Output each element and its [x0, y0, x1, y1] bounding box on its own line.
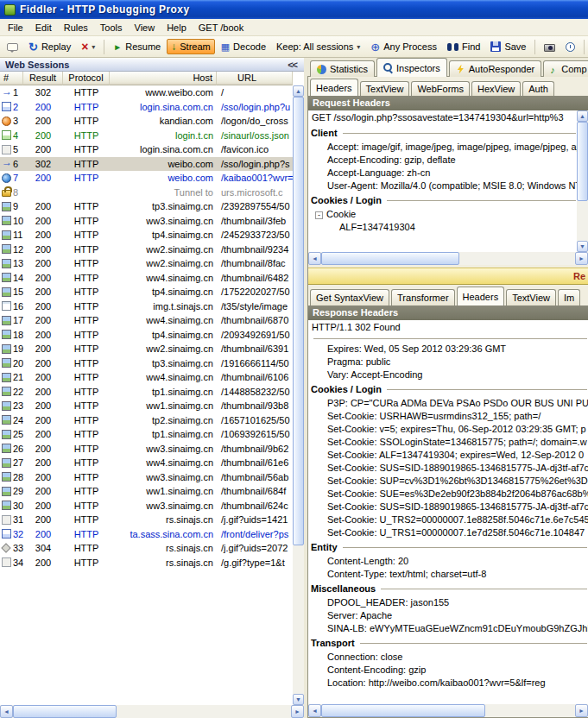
scroll-up-icon[interactable]: ▲: [577, 110, 588, 122]
session-row[interactable]: 11200HTTPtp4.sinaimg.cn/2452933723/50: [0, 228, 293, 242]
header-entry[interactable]: DPOOL_HEADER: jason155: [308, 596, 588, 609]
scroll-up-icon[interactable]: ▲: [293, 85, 304, 97]
session-row[interactable]: 17200HTTPww4.sinaimg.cn/thumbnail/6870: [0, 313, 293, 328]
request-horizontal-scrollbar[interactable]: ◄ ►: [308, 252, 588, 265]
header-entry[interactable]: P3P: CP="CURa ADMa DEVa PSAo PSDo OUR BU…: [308, 397, 588, 410]
request-vertical-scrollbar[interactable]: ▲ ▼: [577, 110, 588, 252]
request-line[interactable]: GET /sso/login.php?ssosavestate=13474193…: [308, 110, 577, 125]
header-entry[interactable]: Set-Cookie: SSOLoginState=1346815775; pa…: [308, 436, 588, 449]
scroll-right-icon[interactable]: ►: [291, 705, 304, 718]
scrollbar-thumb[interactable]: [13, 705, 117, 718]
session-row[interactable]: 3200HTTPkandian.com/logon/do_cross: [0, 114, 293, 129]
request-tab-auth[interactable]: Auth: [522, 81, 554, 96]
scroll-left-icon[interactable]: ◄: [0, 705, 13, 718]
response-tab-im[interactable]: Im: [558, 289, 580, 305]
session-row[interactable]: 7200HTTPweibo.com/kaibao001?wvr=: [0, 171, 293, 186]
session-row[interactable]: 20200HTTPtp3.sinaimg.cn/1916666114/50: [0, 356, 293, 371]
menu-item-edit[interactable]: Edit: [29, 20, 58, 35]
request-tab-textview[interactable]: TextView: [360, 81, 410, 96]
header-entry[interactable]: Expires: Wed, 05 Sep 2012 03:29:36 GMT: [308, 343, 588, 356]
resume-button[interactable]: ►Resume: [109, 39, 165, 54]
scrollbar-thumb[interactable]: [293, 97, 304, 545]
session-row[interactable]: 29200HTTPww1.sinaimg.cn/thumbnail/684f: [0, 484, 293, 499]
header-entry[interactable]: Content-Encoding: gzip: [308, 664, 588, 677]
find-button[interactable]: Find: [443, 39, 484, 54]
session-row[interactable]: 10200HTTPww3.sinaimg.cn/thumbnail/3feb: [0, 214, 293, 229]
session-row[interactable]: 9200HTTPtp3.sinaimg.cn/2392897554/50: [0, 199, 293, 214]
menu-item-help[interactable]: Help: [161, 20, 193, 35]
header-entry[interactable]: Vary: Accept-Encoding: [308, 368, 588, 381]
screenshot-button[interactable]: [540, 40, 560, 54]
session-row[interactable]: 18200HTTPtp4.sinaimg.cn/2093492691/50: [0, 328, 293, 343]
column-header-protocol[interactable]: Protocol: [63, 72, 110, 85]
session-row[interactable]: 27200HTTPww4.sinaimg.cn/thumbnail/61e6: [0, 456, 293, 470]
scroll-left-icon[interactable]: ◄: [308, 704, 321, 717]
stream-button[interactable]: ↓Stream: [167, 39, 214, 54]
session-row[interactable]: 31200HTTPrs.sinajs.cn/j.gif?uids=1421: [0, 513, 293, 527]
header-entry[interactable]: Pragma: public: [308, 356, 588, 368]
header-entry[interactable]: Connection: close: [308, 651, 588, 664]
response-status-line[interactable]: HTTP/1.1 302 Found: [308, 320, 588, 335]
header-entry[interactable]: Set-Cookie: USRHAWB=usrmdins312_155; pat…: [308, 410, 588, 423]
title-bar[interactable]: Fiddler - HTTP Debugging Proxy: [0, 0, 588, 19]
menu-item-rules[interactable]: Rules: [58, 20, 94, 35]
scrollbar-thumb[interactable]: [321, 252, 459, 265]
session-row[interactable]: 12200HTTPww2.sinaimg.cn/thumbnail/9234: [0, 242, 293, 257]
session-row[interactable]: 25200HTTPtp1.sinaimg.cn/1069392615/50: [0, 427, 293, 442]
session-row[interactable]: 1302HTTPwww.weibo.com/: [0, 85, 293, 100]
session-row[interactable]: 24200HTTPtp2.sinaimg.cn/1657101625/50: [0, 413, 293, 428]
header-entry[interactable]: Set-Cookie: SUS=SID-1889019865-134681577…: [308, 501, 588, 513]
menu-item-get-book[interactable]: GET /book: [193, 20, 250, 35]
header-entry[interactable]: Set-Cookie: U_TRS2=00000007.1e88258f.504…: [308, 513, 588, 526]
header-entry[interactable]: SINA-LB: eWYyMTEuaGEueWZncm91cDEuYmoubG9…: [308, 622, 588, 635]
session-row[interactable]: 13200HTTPww2.sinaimg.cn/thumbnail/8fac: [0, 256, 293, 271]
header-entry[interactable]: Set-Cookie: ALF=1347419304; expires=Wed,…: [308, 449, 588, 462]
header-entry[interactable]: Server: Apache: [308, 609, 588, 622]
session-row[interactable]: 14200HTTPww4.sinaimg.cn/thumbnail/6482: [0, 271, 293, 286]
scroll-left-icon[interactable]: ◄: [308, 252, 321, 265]
header-entry[interactable]: Location: http://weibo.com/kaibao001?wvr…: [308, 677, 588, 690]
session-row[interactable]: 16200HTTPimg.t.sinajs.cn/t35/style/image: [0, 299, 293, 314]
replay-button[interactable]: ↻Replay: [24, 39, 75, 55]
column-header-host[interactable]: Host: [110, 72, 217, 85]
session-row[interactable]: 19200HTTPww2.sinaimg.cn/thumbnail/6391: [0, 342, 293, 356]
header-entry[interactable]: ALF=1347419304: [308, 221, 577, 234]
header-entry[interactable]: Set-Cookie: v=5; expires=Thu, 06-Sep-201…: [308, 423, 588, 436]
encoding-warning-bar[interactable]: Re: [308, 268, 588, 285]
session-row[interactable]: 15200HTTPtp4.sinaimg.cn/1752202027/50: [0, 285, 293, 299]
session-row[interactable]: 22200HTTPtp1.sinaimg.cn/1448858232/50: [0, 385, 293, 400]
request-tab-headers[interactable]: Headers: [310, 79, 358, 96]
session-row[interactable]: 21200HTTPww4.sinaimg.cn/thumbnail/6106: [0, 370, 293, 385]
header-entry[interactable]: -Cookie: [308, 208, 577, 221]
column-header-url[interactable]: URL: [217, 72, 293, 85]
tab-autoresponder[interactable]: AutoResponder: [449, 60, 541, 77]
collapse-panel-button[interactable]: <<: [288, 60, 297, 70]
scroll-right-icon[interactable]: ►: [575, 704, 588, 717]
header-entry[interactable]: Content-Length: 20: [308, 555, 588, 568]
session-row[interactable]: 2200HTTPlogin.sina.com.cn/sso/login.php?…: [0, 100, 293, 115]
scroll-down-icon[interactable]: ▼: [293, 694, 304, 705]
request-tab-hexview[interactable]: HexView: [471, 81, 521, 96]
session-row[interactable]: 6302HTTPweibo.com/sso/login.php?s: [0, 157, 293, 172]
header-entry[interactable]: Accept: image/gif, image/jpeg, image/pjp…: [308, 141, 577, 154]
session-row[interactable]: 5200HTTPlogin.sina.com.cn/favicon.ico: [0, 142, 293, 157]
tab-comp[interactable]: Comp: [543, 60, 588, 77]
scroll-right-icon[interactable]: ►: [575, 252, 588, 265]
session-row[interactable]: 8Tunnel tours.microsoft.c: [0, 186, 293, 200]
session-row[interactable]: 26200HTTPww3.sinaimg.cn/thumbnail/9b62: [0, 442, 293, 457]
request-tab-webforms[interactable]: WebForms: [411, 81, 470, 96]
session-row[interactable]: 32200HTTPta.sass.sina.com.cn/front/deliv…: [0, 527, 293, 542]
save-button[interactable]: Save: [486, 39, 530, 54]
tab-statistics[interactable]: Statistics: [310, 60, 375, 77]
response-tab-get-syntaxview[interactable]: Get SyntaxView: [310, 289, 389, 305]
menu-item-tools[interactable]: Tools: [94, 20, 129, 35]
keep-sessions-dropdown[interactable]: Keep: All sessions▾: [272, 39, 364, 54]
scrollbar-thumb[interactable]: [321, 704, 485, 717]
header-entry[interactable]: User-Agent: Mozilla/4.0 (compatible; MSI…: [308, 180, 577, 192]
sessions-vertical-scrollbar[interactable]: ▲ ▼: [293, 85, 304, 705]
tab-inspectors[interactable]: Inspectors: [376, 58, 447, 77]
header-entry[interactable]: Accept-Language: zh-cn: [308, 167, 577, 180]
header-entry[interactable]: Set-Cookie: SUS=SID-1889019865-134681577…: [308, 462, 588, 475]
sessions-horizontal-scrollbar[interactable]: ◄ ►: [0, 705, 304, 718]
header-entry[interactable]: Set-Cookie: U_TRS1=00000007.1e7d258f.504…: [308, 526, 588, 539]
